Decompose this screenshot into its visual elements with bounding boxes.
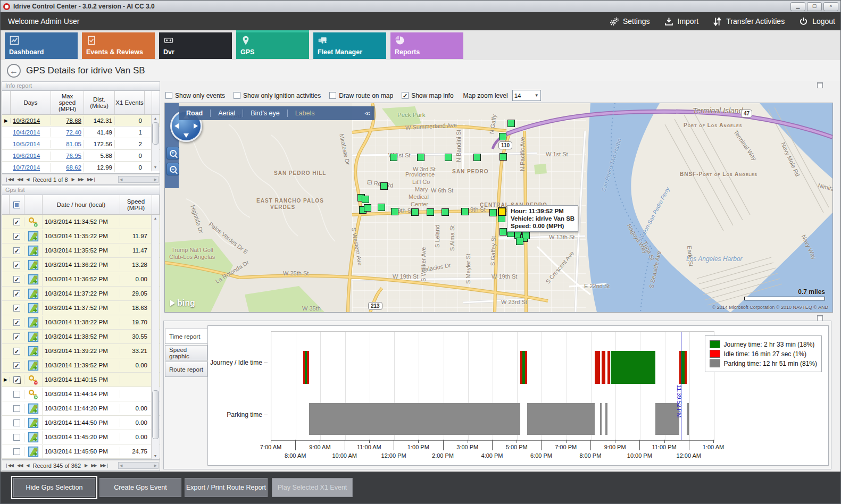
gps-row[interactable]: 10/3/2014 11:37:52 PM18.63 xyxy=(2,301,160,315)
gps-row[interactable]: 10/3/2014 11:46:20 PM17.93 xyxy=(2,459,160,459)
gps-marker[interactable] xyxy=(473,154,481,161)
pager-hscrollbar[interactable]: ◀▶ xyxy=(118,176,159,183)
row-checkbox[interactable] xyxy=(13,348,20,355)
gps-marker[interactable] xyxy=(380,182,388,190)
footer-button-export-print-route-report[interactable]: Export / Print Route Report xyxy=(185,478,268,497)
pager-first-button[interactable]: ❘◀◀ xyxy=(5,463,13,468)
gps-marker[interactable] xyxy=(411,208,419,216)
row-checkbox[interactable] xyxy=(13,247,20,254)
gps-marker[interactable] xyxy=(364,204,371,212)
table-row[interactable]: 10/7/201468.6212.990 xyxy=(2,162,160,173)
pager-prev-button[interactable]: ◀ xyxy=(26,177,29,182)
table-row[interactable]: 10/5/201481.05172.562 xyxy=(2,138,160,150)
tab-reports[interactable]: Reports xyxy=(390,32,463,59)
gps-marker[interactable] xyxy=(378,204,385,211)
scroll-up-icon[interactable]: ▲ xyxy=(152,215,159,222)
report-tab-time-report[interactable]: Time report xyxy=(165,329,207,344)
row-checkbox[interactable] xyxy=(13,233,20,240)
gps-marker[interactable] xyxy=(390,154,397,161)
column-header[interactable]: Days xyxy=(11,91,51,114)
zoom-out-button[interactable]: − xyxy=(166,163,179,175)
checkbox[interactable] xyxy=(165,92,172,99)
scroll-up-icon[interactable]: ▲ xyxy=(152,115,159,122)
pager-first-button[interactable]: ❘◀◀ xyxy=(5,177,13,182)
pan-left-icon[interactable] xyxy=(174,123,179,129)
footer-button-hide-gps-selection[interactable]: Hide Gps Selection xyxy=(13,478,95,497)
gps-marker[interactable] xyxy=(445,154,452,161)
max-speed-link[interactable]: 68.62 xyxy=(51,163,84,172)
gps-marker[interactable] xyxy=(461,208,469,215)
tab-events-reviews[interactable]: Events & Reviews xyxy=(82,32,155,59)
gps-row[interactable]: 10/3/2014 11:44:50 PM0.00 xyxy=(2,416,160,430)
maximize-button[interactable]: ▢ xyxy=(807,2,822,11)
gps-row[interactable]: 10/3/2014 11:36:22 PM13.28 xyxy=(2,258,160,272)
gps-row[interactable]: 10/3/2014 11:38:52 PM30.55 xyxy=(2,330,160,344)
table-row[interactable]: ▶10/3/201478.68142.310 xyxy=(2,115,160,127)
info-table-scrollbar[interactable]: ▲ ▼ xyxy=(151,115,159,171)
column-header[interactable]: Dist. (Miles) xyxy=(84,91,115,114)
bing-map[interactable]: Crest RdMiraleste DrPeck ParkW Summerlan… xyxy=(164,103,833,313)
action-settings[interactable]: Settings xyxy=(609,16,650,27)
gps-marker[interactable] xyxy=(417,154,424,161)
days-link[interactable]: 10/6/2014 xyxy=(11,152,51,160)
gps-row[interactable]: 10/3/2014 11:44:14 PM xyxy=(2,387,160,401)
map-zoom-level-select[interactable]: 14▼ xyxy=(512,90,541,101)
map-view-bird-s-eye[interactable]: Bird's eye xyxy=(243,110,287,117)
column-header[interactable]: Speed (MPH) xyxy=(120,195,152,214)
gps-row[interactable]: 10/3/2014 11:45:50 PM24.75 xyxy=(2,444,160,459)
gps-row[interactable]: 10/3/2014 11:39:22 PM33.21 xyxy=(2,344,160,358)
row-checkbox[interactable] xyxy=(13,391,20,398)
row-checkbox[interactable] xyxy=(13,405,20,412)
days-link[interactable]: 10/7/2014 xyxy=(11,163,51,172)
pager-fast-next-button[interactable]: ▶▶ xyxy=(78,177,84,182)
row-checkbox[interactable] xyxy=(13,262,20,268)
gps-marker[interactable] xyxy=(442,208,449,216)
map-view-road[interactable]: Road xyxy=(179,110,210,117)
option-show-map-info[interactable]: Show map info xyxy=(402,92,453,99)
scroll-down-icon[interactable]: ▼ xyxy=(152,452,159,459)
zoom-in-button[interactable]: + xyxy=(166,147,179,159)
gps-row[interactable]: 10/3/2014 11:35:52 PM11.47 xyxy=(2,243,160,258)
column-header[interactable]: Max speed (MPH) xyxy=(51,91,84,114)
row-checkbox[interactable] xyxy=(13,362,20,369)
column-header[interactable] xyxy=(2,195,10,214)
column-header[interactable]: X1 Events xyxy=(115,91,145,114)
pager-fast-prev-button[interactable]: ◀◀ xyxy=(17,177,22,182)
days-link[interactable]: 10/3/2014 xyxy=(11,116,51,125)
gps-row[interactable]: 10/3/2014 11:38:22 PM19.70 xyxy=(2,315,160,330)
row-checkbox[interactable] xyxy=(13,290,20,297)
pager-last-button[interactable]: ▶▶❘ xyxy=(100,463,109,468)
report-tab-route-report[interactable]: Route report xyxy=(165,362,207,377)
gps-marker[interactable] xyxy=(498,215,505,222)
pager-next-button[interactable]: ▶ xyxy=(72,177,74,182)
gps-row[interactable]: 10/3/2014 11:44:20 PM0.00 xyxy=(2,401,160,416)
pager-hscrollbar[interactable]: ◀▶ xyxy=(118,462,159,469)
scroll-down-icon[interactable]: ▼ xyxy=(152,164,159,171)
table-row[interactable]: 10/4/201472.4041.491 xyxy=(2,127,160,138)
row-checkbox[interactable] xyxy=(13,219,20,225)
row-checkbox[interactable] xyxy=(13,434,20,441)
tab-fleet-manager[interactable]: Fleet Manager xyxy=(313,32,386,59)
gps-row[interactable]: 10/3/2014 11:34:52 PM xyxy=(2,215,160,229)
option-show-only-events[interactable]: Show only events xyxy=(165,92,225,99)
pager-fast-next-button[interactable]: ▶▶ xyxy=(91,463,96,468)
max-speed-link[interactable]: 78.68 xyxy=(51,116,84,125)
row-checkbox[interactable] xyxy=(13,419,20,426)
gps-marker[interactable] xyxy=(362,196,369,203)
footer-button-create-gps-event[interactable]: Create Gps Event xyxy=(99,478,181,497)
tab-dvr[interactable]: Dvr xyxy=(159,32,232,59)
scrollbar-thumb[interactable] xyxy=(152,390,159,439)
row-checkbox[interactable] xyxy=(13,319,20,326)
table-row[interactable]: 10/6/201476.955.880 xyxy=(2,150,160,162)
gps-marker[interactable] xyxy=(507,120,515,127)
column-header[interactable] xyxy=(24,195,43,214)
gps-row[interactable]: 10/3/2014 11:39:52 PM0.00 xyxy=(2,358,160,373)
select-all-checkbox[interactable] xyxy=(13,201,20,208)
map-view-aerial[interactable]: Aerial xyxy=(211,110,243,117)
row-checkbox[interactable] xyxy=(13,448,20,455)
checkbox[interactable] xyxy=(329,92,336,99)
selected-gps-marker[interactable] xyxy=(498,207,506,216)
pager-fast-prev-button[interactable]: ◀◀ xyxy=(17,463,22,468)
option-show-only-ignition-activities[interactable]: Show only ignition activities xyxy=(234,92,321,99)
max-speed-link[interactable]: 72.40 xyxy=(51,128,84,137)
